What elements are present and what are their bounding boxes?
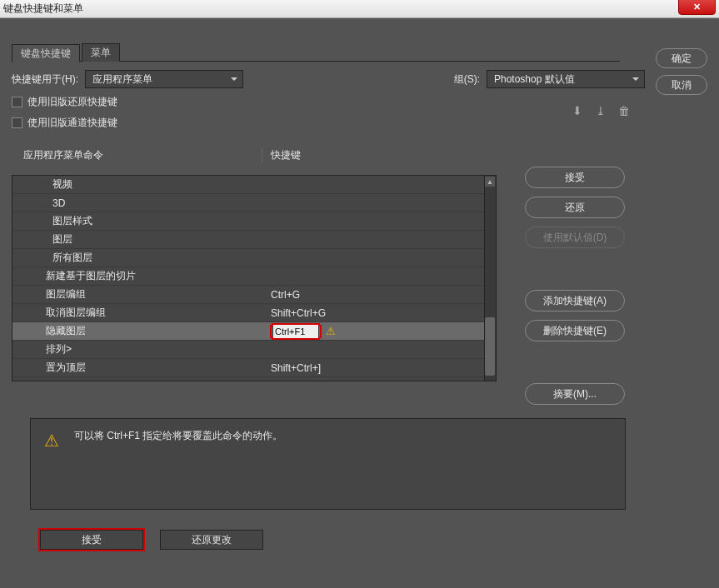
add-shortcut-button[interactable]: 添加快捷键(A) — [525, 290, 625, 311]
table-row[interactable]: 视频 — [12, 176, 496, 194]
row-shortcut: Shift+Ctrl+G — [262, 307, 484, 319]
row-shortcut: Ctrl+F1⚠ — [262, 324, 484, 339]
legacy-channel-label: 使用旧版通道快捷键 — [27, 116, 117, 130]
col-command: 应用程序菜单命令 — [12, 148, 262, 162]
set-dropdown[interactable]: Photoshop 默认值 — [487, 70, 645, 88]
table-row[interactable]: 图层编组Ctrl+G — [12, 286, 496, 304]
table-area: 应用程序菜单命令 快捷键 视频3D图层样式图层所有图层新建基于图层的切片图层编组… — [12, 145, 497, 381]
legacy-undo-row: 使用旧版还原快捷键 — [12, 95, 645, 109]
legacy-undo-label: 使用旧版还原快捷键 — [27, 95, 117, 109]
row-command: 所有图层 — [12, 251, 262, 265]
legacy-channel-row: 使用旧版通道快捷键 — [12, 116, 645, 130]
ok-button[interactable]: 确定 — [656, 48, 707, 68]
row-command: 隐藏图层 — [12, 324, 262, 338]
side-buttons: 接受 还原 使用默认值(D) 添加快捷键(A) 删除快捷键(E) 摘要(M)..… — [525, 167, 632, 405]
row-command: 取消图层编组 — [12, 306, 262, 320]
table-row[interactable]: 图层样式 — [12, 212, 496, 231]
row-command: 图层 — [12, 232, 262, 247]
row-command: 排列> — [12, 342, 262, 356]
row-command: 视频 — [12, 177, 262, 192]
row-shortcut: Ctrl+G — [262, 289, 484, 301]
right-button-column: 确定 取消 — [656, 48, 707, 95]
accept-button[interactable]: 接受 — [525, 167, 625, 188]
shortcut-input[interactable]: Ctrl+F1 — [272, 324, 319, 339]
window-title: 键盘快捷键和菜单 — [3, 2, 83, 16]
main-panel: 键盘快捷键 菜单 快捷键用于(H): 应用程序菜单 组(S): Photosho… — [12, 43, 645, 381]
row-command: 置为顶层 — [12, 361, 262, 375]
titlebar: 键盘快捷键和菜单 ✕ — [0, 0, 719, 18]
scroll-up-icon[interactable]: ▲ — [485, 177, 495, 187]
message-text: 可以将 Ctrl+F1 指定给将要覆盖此命令的动作。 — [74, 429, 282, 499]
set-label: 组(S): — [454, 72, 480, 87]
table-row[interactable]: 隐藏图层Ctrl+F1⚠ — [12, 322, 496, 341]
cancel-button[interactable]: 取消 — [656, 75, 707, 95]
shortcuts-for-dropdown[interactable]: 应用程序菜单 — [85, 70, 243, 88]
row-command: 图层编组 — [12, 287, 262, 301]
warning-icon: ⚠ — [326, 325, 336, 337]
save-set-icon[interactable]: ⬇ — [570, 103, 585, 118]
set-value: Photoshop 默认值 — [494, 72, 575, 87]
row-command: 新建基于图层的切片 — [12, 269, 262, 283]
undo-button[interactable]: 还原 — [525, 197, 625, 218]
summary-button[interactable]: 摘要(M)... — [525, 383, 625, 405]
set-icons: ⬇ ⤓ 🗑 — [570, 103, 632, 118]
close-button[interactable]: ✕ — [678, 0, 716, 15]
table-row[interactable]: 新建基于图层的切片 — [12, 267, 496, 286]
table-row[interactable]: 排列> — [12, 341, 496, 359]
undo-changes-button[interactable]: 还原更改 — [160, 530, 263, 550]
dialog-body: 确定 取消 键盘快捷键 菜单 快捷键用于(H): 应用程序菜单 组(S): Ph… — [0, 18, 719, 588]
table-header: 应用程序菜单命令 快捷键 — [12, 145, 497, 165]
close-icon: ✕ — [693, 2, 701, 12]
delete-shortcut-button[interactable]: 删除快捷键(E) — [525, 320, 625, 341]
accept-bottom-button[interactable]: 接受 — [40, 530, 143, 550]
tabs: 键盘快捷键 菜单 — [12, 43, 620, 62]
legacy-channel-checkbox[interactable] — [12, 117, 22, 128]
table-row[interactable]: 置为顶层Shift+Ctrl+] — [12, 359, 496, 377]
tab-shortcuts[interactable]: 键盘快捷键 — [12, 44, 80, 62]
table-row[interactable]: 取消图层编组Shift+Ctrl+G — [12, 304, 496, 322]
table-row[interactable]: 图层 — [12, 231, 496, 249]
message-box: ⚠ 可以将 Ctrl+F1 指定给将要覆盖此命令的动作。 — [30, 418, 626, 510]
legacy-undo-checkbox[interactable] — [12, 97, 22, 107]
col-shortcut: 快捷键 — [262, 148, 497, 162]
table-row[interactable]: 所有图层 — [12, 249, 496, 267]
bottom-buttons: 接受 还原更改 — [40, 530, 263, 550]
scroll-thumb[interactable] — [485, 317, 495, 376]
row-shortcut: Shift+Ctrl+] — [262, 362, 484, 374]
row-command: 图层样式 — [12, 214, 262, 228]
tab-menus[interactable]: 菜单 — [82, 43, 120, 62]
row-command: 3D — [12, 197, 262, 209]
shortcuts-for-label: 快捷键用于(H): — [12, 72, 78, 87]
scrollbar[interactable]: ▲ — [484, 176, 496, 381]
table-row[interactable]: 3D — [12, 194, 496, 212]
config-row: 快捷键用于(H): 应用程序菜单 组(S): Photoshop 默认值 — [12, 70, 645, 88]
delete-set-icon[interactable]: 🗑 — [617, 103, 632, 118]
warning-icon: ⚠ — [44, 431, 59, 499]
save-set-as-icon[interactable]: ⤓ — [593, 103, 608, 118]
use-default-button: 使用默认值(D) — [525, 227, 625, 248]
table-body: 视频3D图层样式图层所有图层新建基于图层的切片图层编组Ctrl+G取消图层编组S… — [12, 175, 497, 381]
shortcuts-for-value: 应用程序菜单 — [92, 72, 152, 87]
